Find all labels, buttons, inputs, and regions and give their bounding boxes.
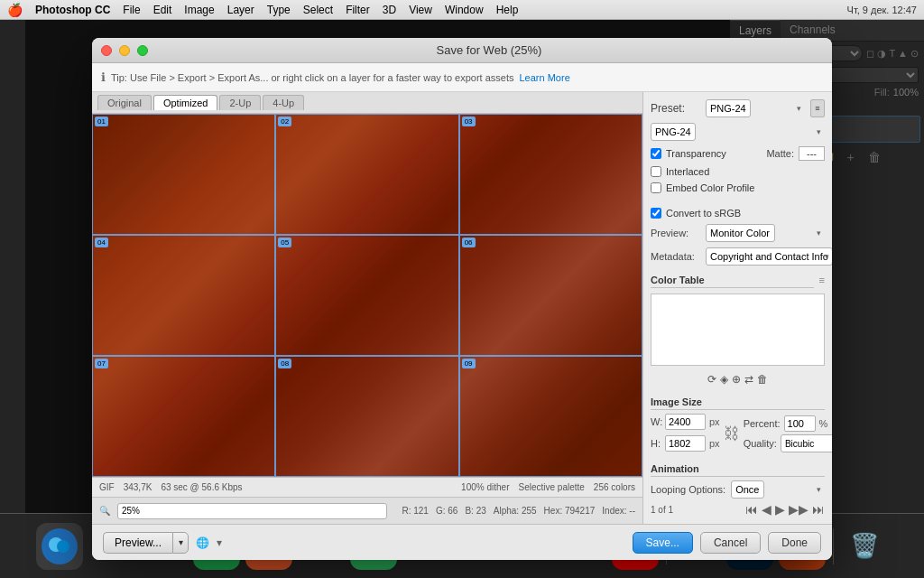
format-row: PNG-24 xyxy=(651,123,825,141)
looping-select[interactable]: Once xyxy=(731,480,764,499)
anim-last-btn[interactable]: ⏭ xyxy=(812,502,825,517)
svg-rect-0 xyxy=(92,114,642,477)
preset-label: Preset: xyxy=(651,102,700,115)
menu-type[interactable]: Type xyxy=(267,4,291,16)
maximize-button[interactable] xyxy=(137,45,148,56)
image-size-section: Image Size W: px H: px xyxy=(651,393,825,454)
metadata-label: Metadata: xyxy=(651,251,700,262)
tab-optimized[interactable]: Optimized xyxy=(153,95,218,110)
zoom-select[interactable]: 25% xyxy=(117,503,387,519)
status-format: GIF xyxy=(99,482,115,492)
menu-view[interactable]: View xyxy=(409,4,432,16)
anim-prev-btn[interactable]: ◀ xyxy=(762,502,772,517)
preview-dropdown-btn[interactable]: ▾ xyxy=(172,532,189,554)
dock-finder[interactable] xyxy=(36,523,83,570)
format-select[interactable]: PNG-24 xyxy=(651,123,696,141)
convert-srgb-checkbox[interactable] xyxy=(651,208,661,219)
color-table-area xyxy=(651,294,825,366)
menu-photoshop[interactable]: Photoshop CC xyxy=(35,4,110,16)
menu-image[interactable]: Image xyxy=(184,4,214,16)
tip-text: Tip: Use File > Export > Export As... or… xyxy=(111,72,514,83)
learn-more-link[interactable]: Learn More xyxy=(520,72,570,83)
percent-row: Percent: % xyxy=(744,415,832,432)
w-label: W: xyxy=(651,416,661,427)
menu-window[interactable]: Window xyxy=(445,4,484,16)
anim-next-btn[interactable]: ▶▶ xyxy=(789,502,808,517)
status-dither: 100% dither xyxy=(461,482,509,492)
save-button[interactable]: Save... xyxy=(633,532,693,554)
tab-2up[interactable]: 2-Up xyxy=(219,95,261,110)
tab-original[interactable]: Original xyxy=(97,95,152,110)
status-colors: 256 colors xyxy=(594,482,635,492)
close-button[interactable] xyxy=(101,45,112,56)
apple-menu[interactable]: 🍎 xyxy=(7,3,23,17)
w-unit: px xyxy=(709,416,720,427)
height-input[interactable] xyxy=(665,435,706,452)
minimize-button[interactable] xyxy=(119,45,130,56)
preview-canvas: 01 02 03 04 05 06 07 08 09 xyxy=(92,114,642,477)
dialog-titlebar: Save for Web (25%) xyxy=(92,38,832,63)
preview-button[interactable]: Preview... xyxy=(103,532,172,554)
preset-menu-btn[interactable]: ≡ xyxy=(810,99,825,117)
ct-icon-5[interactable]: 🗑 xyxy=(757,373,768,386)
embed-color-checkbox[interactable] xyxy=(651,182,661,193)
ct-icon-3[interactable]: ⊕ xyxy=(732,373,741,386)
dock-separator-2 xyxy=(833,528,834,564)
status-size: 343,7K xyxy=(124,482,152,492)
preview-status: GIF 343,7K 63 sec @ 56.6 Kbps 100% dithe… xyxy=(92,477,642,497)
dialog-title: Save for Web (25%) xyxy=(155,43,823,57)
percent-input[interactable] xyxy=(784,415,816,432)
modal-overlay: Save for Web (25%) ℹ Tip: Use File > Exp… xyxy=(0,20,924,513)
h-label: H: xyxy=(651,438,661,449)
cancel-button[interactable]: Cancel xyxy=(700,532,761,554)
width-row: W: px xyxy=(651,414,720,430)
percent-unit: % xyxy=(819,418,828,429)
animation-section: Animation Looping Options: Once 1 of 1 ⏮… xyxy=(651,460,825,517)
image-size-title: Image Size xyxy=(651,396,825,410)
color-table-row: Color Table ≡ xyxy=(651,271,825,288)
matte-label: Matte: xyxy=(766,148,794,159)
color-table-menu[interactable]: ≡ xyxy=(819,275,825,285)
done-button[interactable]: Done xyxy=(768,532,821,554)
preview-area: Original Optimized 2-Up 4-Up xyxy=(92,92,642,524)
preview-controls: 🔍 25% R: 121 G: 66 B: 23 Alpha: 255 Hex:… xyxy=(92,497,642,524)
menu-help[interactable]: Help xyxy=(496,4,519,16)
menu-file[interactable]: File xyxy=(123,4,140,16)
svg-point-3 xyxy=(57,540,69,553)
settings-panel: Preset: PNG-24 ≡ PNG-24 xyxy=(642,92,832,524)
zoom-icon[interactable]: 🔍 xyxy=(99,506,110,516)
anim-play-btn[interactable]: ▶ xyxy=(775,502,785,517)
width-input[interactable] xyxy=(665,414,706,430)
preview-button-wrap: Preview... ▾ xyxy=(103,532,189,554)
metadata-select[interactable]: Copyright and Contact Info xyxy=(706,247,832,266)
height-row: H: px xyxy=(651,435,720,452)
image-preview: 01 02 03 04 05 06 07 08 09 xyxy=(92,114,642,477)
link-dimensions-icon[interactable]: ⛓ xyxy=(724,424,740,443)
anim-first-btn[interactable]: ⏮ xyxy=(745,502,758,517)
menu-filter[interactable]: Filter xyxy=(346,4,370,16)
interlaced-checkbox[interactable] xyxy=(651,166,661,177)
convert-srgb-label: Convert to sRGB xyxy=(666,208,741,219)
menu-layer[interactable]: Layer xyxy=(227,4,254,16)
dock-trash[interactable]: 🗑️ xyxy=(841,523,888,570)
tab-4up[interactable]: 4-Up xyxy=(263,95,304,110)
preview-tabs: Original Optimized 2-Up 4-Up xyxy=(92,92,642,114)
looping-label: Looping Options: xyxy=(651,484,725,495)
preview-select[interactable]: Monitor Color xyxy=(706,224,775,242)
dialog-footer: Preview... ▾ 🌐 ▾ Save... Cancel Done xyxy=(92,524,832,560)
ct-icon-2[interactable]: ◈ xyxy=(720,373,728,386)
preset-select[interactable]: PNG-24 xyxy=(706,99,751,117)
matte-value: --- xyxy=(799,146,825,161)
convert-srgb-row: Convert to sRGB xyxy=(651,208,825,219)
transparency-checkbox[interactable] xyxy=(651,148,661,159)
ct-icon-1[interactable]: ⟳ xyxy=(707,373,716,386)
menu-3d[interactable]: 3D xyxy=(383,4,396,16)
menu-edit[interactable]: Edit xyxy=(153,4,172,16)
menu-select[interactable]: Select xyxy=(303,4,333,16)
ct-icon-4[interactable]: ⇄ xyxy=(744,373,753,386)
browser-icon[interactable]: 🌐 xyxy=(196,536,209,549)
transparency-label: Transparency xyxy=(666,148,726,159)
quality-select[interactable]: Bicubic xyxy=(781,434,832,452)
browser-dropdown[interactable]: ▾ xyxy=(217,536,222,549)
info-icon: ℹ xyxy=(101,70,106,84)
